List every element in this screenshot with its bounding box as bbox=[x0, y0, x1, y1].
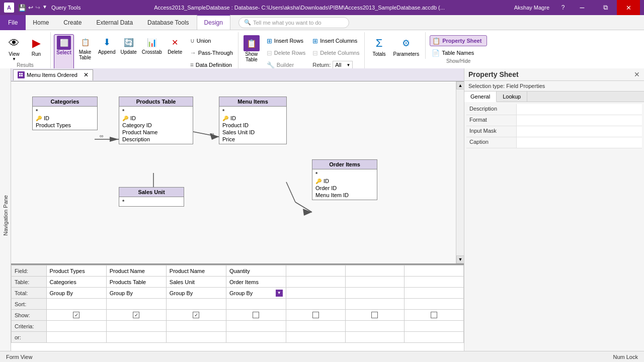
query-tab-icon bbox=[18, 71, 25, 78]
close-button[interactable]: ✕ bbox=[617, 0, 640, 15]
run-button[interactable]: ▶ Run bbox=[26, 34, 46, 62]
append-button[interactable]: ⬇ Append bbox=[96, 34, 117, 70]
view-button[interactable]: 👁 View ▼ bbox=[4, 34, 24, 62]
tell-me-text: Tell me what you want to do bbox=[253, 20, 321, 26]
scroll-up-btn[interactable]: ▲ bbox=[456, 81, 464, 89]
svg-line-8 bbox=[286, 182, 295, 202]
query-designer: Menu Items Ordered ✕ ∞ bbox=[11, 68, 464, 362]
delete-icon: ✕ bbox=[168, 35, 182, 49]
search-icon: 🔍 bbox=[244, 19, 251, 26]
tab-external-data[interactable]: External Data bbox=[89, 15, 140, 30]
title-text: Access2013_SampleDatabase : Database- C:… bbox=[85, 5, 514, 11]
svg-line-9 bbox=[295, 202, 312, 212]
results-label: Results bbox=[4, 62, 46, 68]
save-icon[interactable]: 💾 bbox=[18, 4, 26, 12]
append-icon: ⬇ bbox=[100, 35, 114, 49]
svg-marker-5 bbox=[110, 137, 119, 142]
totals-icon: Σ bbox=[371, 35, 387, 51]
table-categories: Categories * 🔑ID Product Types bbox=[32, 97, 98, 130]
property-sheet-close-btn[interactable]: ✕ bbox=[634, 70, 640, 78]
status-num-lock: Num Lock bbox=[613, 354, 638, 360]
passthrough-icon: → bbox=[190, 49, 196, 56]
table-names-button[interactable]: 📄 Table Names bbox=[430, 47, 487, 58]
table-order-items: Order Items * 🔑ID Order ID Menu Item ID bbox=[312, 159, 377, 200]
show-cb-5[interactable] bbox=[312, 312, 319, 318]
svg-text:∞: ∞ bbox=[100, 133, 104, 139]
status-form-view: Form View bbox=[6, 354, 32, 360]
show-cb-4[interactable] bbox=[253, 312, 259, 318]
make-table-icon: 📋 bbox=[78, 35, 92, 49]
property-sheet-button[interactable]: 📋 Property Sheet bbox=[430, 35, 487, 46]
redo-icon[interactable]: ↪ bbox=[35, 4, 40, 12]
grid-row-total: Total: Group By Group By Group By Group … bbox=[12, 288, 464, 299]
help-button[interactable]: ? bbox=[555, 0, 571, 15]
show-table-icon: 📋 bbox=[244, 35, 260, 51]
passthrough-button[interactable]: → Pass-Through bbox=[188, 47, 235, 58]
pp-tab-general[interactable]: General bbox=[464, 92, 497, 102]
svg-rect-3 bbox=[21, 75, 23, 76]
delete-button[interactable]: ✕ Delete bbox=[165, 34, 185, 70]
diagram-area[interactable]: ∞ ∞ Categories * 🔑ID Product Types Produ… bbox=[11, 81, 464, 264]
crosstab-button[interactable]: 📊 Crosstab bbox=[140, 34, 164, 70]
show-cb-7[interactable] bbox=[431, 312, 437, 318]
pp-row-format: Format bbox=[466, 115, 642, 126]
table-sales-unit: Sales Unit * bbox=[119, 187, 184, 207]
tell-me-box[interactable]: 🔍 Tell me what you want to do bbox=[238, 17, 349, 28]
show-cb-6[interactable] bbox=[371, 312, 378, 318]
quick-access-dropdown-icon[interactable]: ▼ bbox=[42, 4, 47, 12]
maximize-button[interactable]: ⧉ bbox=[594, 0, 617, 15]
pp-tab-lookup[interactable]: Lookup bbox=[497, 92, 527, 102]
delete-rows-icon: ⊟ bbox=[267, 49, 272, 57]
insert-rows-button[interactable]: ⊞ Insert Rows bbox=[265, 35, 307, 46]
ribbon-tabs: File Home Create External Data Database … bbox=[0, 15, 644, 30]
grid-row-table: Table: Categories Products Table Sales U… bbox=[12, 277, 464, 288]
delete-columns-icon: ⊟ bbox=[312, 49, 318, 57]
tab-file[interactable]: File bbox=[0, 15, 26, 30]
query-tab-close[interactable]: ✕ bbox=[84, 71, 89, 78]
scroll-down-btn[interactable]: ▼ bbox=[456, 255, 464, 263]
insert-columns-button[interactable]: ⊞ Insert Columns bbox=[310, 35, 361, 46]
parameters-button[interactable]: ⚙ Parameters bbox=[391, 34, 421, 58]
tab-design[interactable]: Design bbox=[197, 15, 230, 30]
query-tools-label: Query Tools bbox=[51, 5, 81, 11]
show-cb-3[interactable] bbox=[193, 312, 199, 318]
update-button[interactable]: 🔄 Update bbox=[118, 34, 138, 70]
select-button[interactable]: ⬜ Select bbox=[54, 34, 74, 70]
svg-rect-1 bbox=[21, 73, 23, 74]
table-menu-items: Menu Items * 🔑ID Product ID Sales Unit I… bbox=[219, 97, 287, 144]
showhide-label: Show/Hide bbox=[430, 58, 487, 64]
totals-button[interactable]: Σ Totals bbox=[369, 34, 389, 58]
quick-access: 💾 ↩ ↪ ▼ bbox=[18, 4, 47, 12]
query-tab-title: Menu Items Ordered bbox=[27, 72, 77, 78]
view-icon: 👁 bbox=[6, 35, 22, 51]
property-sheet-icon: 📋 bbox=[432, 37, 440, 45]
diagram-vscrollbar[interactable]: ▲ ▼ bbox=[456, 81, 464, 263]
show-table-button[interactable]: 📋 ShowTable bbox=[242, 34, 262, 70]
show-cb-2[interactable] bbox=[133, 312, 139, 318]
app-icon: A bbox=[4, 3, 14, 13]
make-table-button[interactable]: 📋 MakeTable bbox=[75, 34, 95, 70]
datadef-icon: ≡ bbox=[190, 61, 194, 68]
union-icon: ∪ bbox=[190, 37, 195, 44]
total-dropdown-arrow[interactable]: ▼ bbox=[276, 290, 283, 297]
show-cb-1[interactable] bbox=[73, 312, 79, 318]
undo-icon[interactable]: ↩ bbox=[28, 4, 33, 12]
svg-rect-2 bbox=[19, 75, 21, 76]
tab-home[interactable]: Home bbox=[26, 15, 56, 30]
tab-database-tools[interactable]: Database Tools bbox=[140, 15, 197, 30]
navigation-pane[interactable]: Navigation Pane bbox=[0, 68, 11, 362]
run-icon: ▶ bbox=[28, 35, 44, 51]
pp-row-description: Description bbox=[466, 104, 642, 115]
property-sheet-tabs: General Lookup bbox=[464, 92, 644, 102]
table-names-icon: 📄 bbox=[432, 49, 440, 57]
tab-create[interactable]: Create bbox=[56, 15, 89, 30]
union-button[interactable]: ∪ Union bbox=[188, 35, 235, 46]
query-grid: Field: Product Types Product Name Produc… bbox=[11, 265, 464, 343]
ribbon-group-results: 👁 View ▼ ▶ Run Results bbox=[0, 32, 51, 69]
delete-rows-button[interactable]: ⊟ Delete Rows bbox=[265, 47, 307, 58]
ribbon-group-totals: Σ Totals ⚙ Parameters bbox=[365, 32, 426, 59]
query-tab[interactable]: Menu Items Ordered ✕ bbox=[13, 69, 93, 80]
crosstab-icon: 📊 bbox=[145, 35, 159, 49]
delete-columns-button[interactable]: ⊟ Delete Columns bbox=[310, 47, 361, 58]
minimize-button[interactable]: – bbox=[571, 0, 594, 15]
